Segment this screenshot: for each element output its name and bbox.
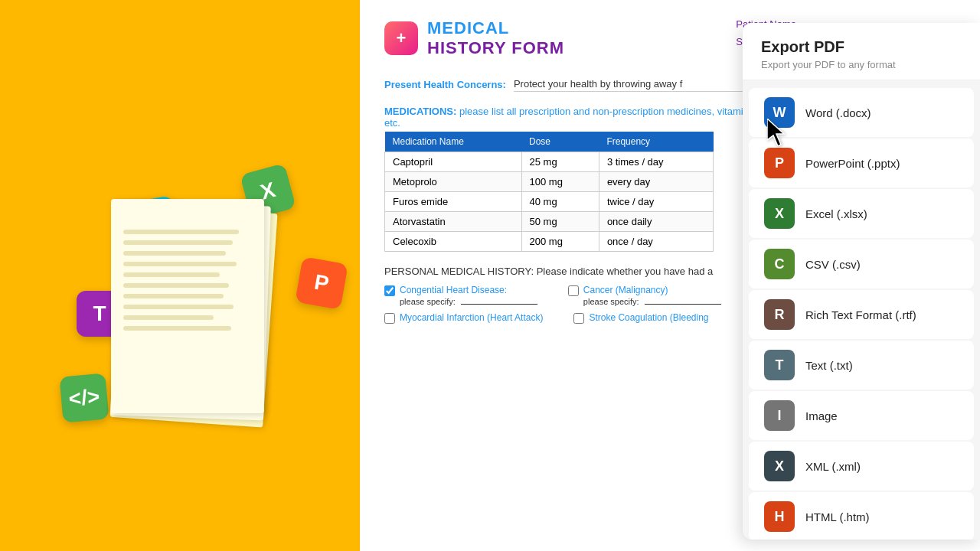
- cancer-specifier: please specify:: [583, 297, 721, 306]
- health-concerns-label: Present Health Concerns:: [384, 79, 506, 90]
- xml-label: XML (.xml): [805, 460, 861, 473]
- export-item-image[interactable]: IImage: [749, 391, 974, 440]
- col-frequency: Frequency: [599, 132, 713, 152]
- checkbox-cancer: Cancer (Malignancy) please specify:: [568, 285, 721, 306]
- checkbox-cancer-input[interactable]: [568, 285, 579, 296]
- title-history: HISTORY FORM: [427, 38, 564, 58]
- table-cell: once / day: [599, 232, 713, 252]
- floating-icons-area: X 🖼 T P W </>: [0, 0, 360, 551]
- heart-disease-specifier: please specify:: [400, 297, 537, 306]
- export-item-html[interactable]: HHTML (.htm): [749, 492, 974, 540]
- export-item-excel[interactable]: XExcel (.xlsx): [749, 189, 974, 238]
- powerpoint-label: PowerPoint (.pptx): [805, 157, 900, 170]
- xml-icon: X: [764, 451, 795, 481]
- code-icon-float: </>: [59, 373, 109, 422]
- table-cell: 200 mg: [521, 232, 599, 252]
- table-cell: Captopril: [385, 152, 522, 172]
- html-label: HTML (.htm): [805, 510, 870, 523]
- export-format-list: WWord (.docx)PPowerPoint (.pptx)XExcel (…: [743, 80, 980, 540]
- image-label: Image: [805, 409, 838, 422]
- table-row: Furos emide40 mgtwice / day: [385, 192, 714, 212]
- export-item-xml[interactable]: XXML (.xml): [749, 442, 974, 491]
- rtf-icon: R: [764, 299, 795, 330]
- checkbox-myocardial-input[interactable]: [384, 313, 395, 324]
- export-panel-subtitle: Export your PDF to any format: [761, 59, 962, 70]
- export-panel-title: Export PDF: [761, 38, 962, 56]
- table-cell: 50 mg: [521, 212, 599, 232]
- csv-label: CSV (.csv): [805, 258, 861, 271]
- table-cell: 40 mg: [521, 192, 599, 212]
- export-panel-header: Export PDF Export your PDF to any format: [743, 23, 980, 80]
- text-label: Text (.txt): [805, 359, 853, 372]
- checkbox-myocardial: Myocardial Infarction (Heart Attack): [384, 312, 543, 324]
- table-cell: once daily: [599, 212, 713, 232]
- table-cell: every day: [599, 172, 713, 192]
- table-cell: Celecoxib: [385, 232, 522, 252]
- export-item-word[interactable]: WWord (.docx): [749, 88, 974, 137]
- table-cell: Metoprolo: [385, 172, 522, 192]
- table-row: Celecoxib200 mgonce / day: [385, 232, 714, 252]
- table-cell: Furos emide: [385, 192, 522, 212]
- table-cell: Atorvastatin: [385, 212, 522, 232]
- col-dose: Dose: [521, 132, 599, 152]
- excel-label: Excel (.xlsx): [805, 207, 867, 220]
- myocardial-label: Myocardial Infarction (Heart Attack): [400, 312, 543, 323]
- export-item-rtf[interactable]: RRich Text Format (.rtf): [749, 290, 974, 339]
- table-cell: twice / day: [599, 192, 713, 212]
- medications-table: Medication Name Dose Frequency Captopril…: [384, 132, 714, 252]
- main-content-area: + MEDICAL HISTORY FORM Patient Name Sign…: [360, 0, 980, 551]
- stroke-label: Stroke Coagulation (Bleeding: [589, 312, 708, 323]
- table-cell: 100 mg: [521, 172, 599, 192]
- heart-disease-label: Congential Heart Disease:: [400, 285, 507, 295]
- word-label: Word (.docx): [805, 106, 871, 119]
- rtf-label: Rich Text Format (.rtf): [805, 308, 916, 321]
- checkbox-heart-disease-input[interactable]: [384, 285, 395, 296]
- form-title: MEDICAL HISTORY FORM: [427, 18, 564, 58]
- col-medication-name: Medication Name: [385, 132, 522, 152]
- image-icon: I: [764, 400, 795, 431]
- app-icon: +: [384, 21, 418, 55]
- csv-icon: C: [764, 249, 795, 279]
- table-cell: 25 mg: [521, 152, 599, 172]
- checkbox-stroke: Stroke Coagulation (Bleeding: [573, 312, 708, 324]
- export-item-text[interactable]: TText (.txt): [749, 341, 974, 390]
- powerpoint-icon: P: [764, 148, 795, 178]
- form-title-area: + MEDICAL HISTORY FORM: [384, 18, 564, 58]
- title-medical: MEDICAL: [427, 18, 564, 38]
- word-icon: W: [764, 97, 795, 128]
- export-item-csv[interactable]: CCSV (.csv): [749, 240, 974, 289]
- table-row: Atorvastatin50 mgonce daily: [385, 212, 714, 232]
- text-icon: T: [764, 350, 795, 380]
- cancer-label: Cancer (Malignancy): [583, 285, 668, 295]
- table-cell: 3 times / day: [599, 152, 713, 172]
- table-row: Captopril25 mg3 times / day: [385, 152, 714, 172]
- checkbox-heart-disease: Congential Heart Disease: please specify…: [384, 285, 537, 306]
- checkbox-stroke-input[interactable]: [573, 313, 584, 324]
- export-item-powerpoint[interactable]: PPowerPoint (.pptx): [749, 139, 974, 187]
- excel-icon: X: [764, 198, 795, 229]
- table-row: Metoprolo100 mgevery day: [385, 172, 714, 192]
- export-pdf-panel: Export PDF Export your PDF to any format…: [743, 23, 980, 540]
- ppt-icon-float: P: [295, 256, 348, 310]
- html-icon: H: [764, 501, 795, 532]
